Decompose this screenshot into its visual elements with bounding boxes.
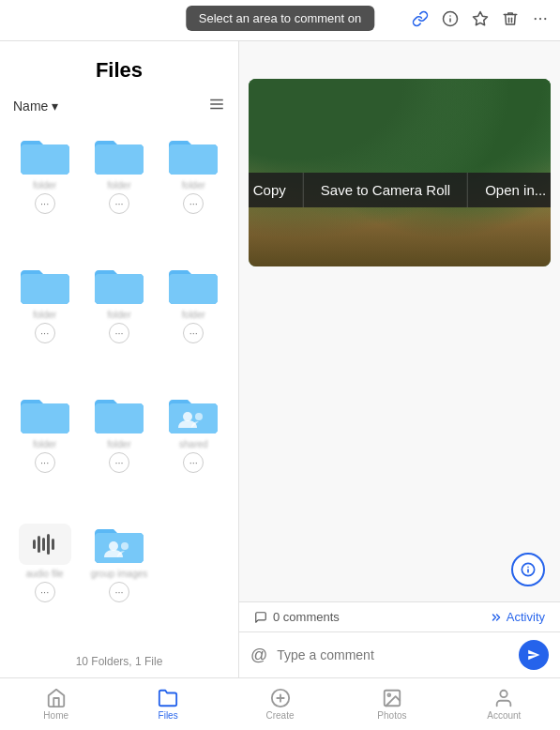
list-item[interactable]: group images ···	[82, 516, 156, 646]
svg-point-10	[183, 412, 192, 421]
name-sort-label: Name	[13, 99, 48, 114]
file-more-button[interactable]: ···	[35, 323, 55, 343]
audio-file-icon	[19, 524, 71, 565]
activity-icon	[490, 611, 503, 624]
at-icon[interactable]: @	[250, 646, 267, 665]
file-more-button[interactable]: ···	[183, 452, 204, 473]
svg-point-6	[544, 17, 546, 19]
right-panel: Copy Save to Camera Roll Open in...	[239, 41, 560, 677]
folder-icon	[93, 394, 145, 435]
files-icon	[158, 688, 178, 708]
list-item[interactable]: folder ···	[157, 257, 231, 387]
nav-item-account[interactable]: Account	[448, 678, 560, 730]
file-more-button[interactable]: ···	[109, 452, 129, 473]
nav-item-files[interactable]: Files	[112, 678, 223, 730]
file-name: audio file	[26, 569, 64, 579]
file-more-button[interactable]: ···	[183, 323, 204, 343]
svg-rect-15	[47, 534, 50, 555]
more-icon[interactable]	[532, 10, 549, 31]
file-name: folder	[182, 180, 205, 190]
bottom-nav: Home Files Create Photos Account	[0, 677, 560, 730]
comment-icon	[254, 611, 267, 624]
folder-icon	[93, 135, 145, 176]
file-more-button[interactable]: ···	[109, 323, 129, 343]
photo-preview[interactable]: Copy Save to Camera Roll Open in...	[249, 79, 551, 266]
file-more-button[interactable]: ···	[183, 193, 204, 214]
svg-point-11	[195, 413, 203, 420]
file-name: folder	[182, 310, 205, 320]
photos-nav-label: Photos	[377, 710, 406, 721]
trash-icon[interactable]	[502, 10, 519, 31]
svg-point-5	[539, 17, 541, 19]
comments-count[interactable]: 0 comments	[254, 610, 340, 624]
files-nav-label: Files	[159, 710, 178, 721]
folder-icon	[167, 135, 219, 176]
folder-icon	[93, 265, 145, 306]
file-name: folder	[107, 310, 130, 320]
name-sort-button[interactable]: Name ▾	[13, 99, 58, 114]
save-to-camera-roll-button[interactable]: Save to Camera Roll	[303, 173, 467, 207]
create-nav-label: Create	[266, 710, 295, 721]
context-menu: Copy Save to Camera Roll Open in...	[249, 173, 551, 207]
folder-icon	[19, 265, 71, 306]
list-item[interactable]: folder ···	[8, 387, 82, 516]
home-icon	[46, 688, 67, 708]
copy-button[interactable]: Copy	[249, 173, 303, 207]
star-icon[interactable]	[472, 10, 489, 31]
svg-point-27	[501, 691, 507, 697]
send-button[interactable]	[519, 640, 549, 670]
comment-bar: 0 comments Activity	[239, 601, 560, 631]
account-nav-label: Account	[487, 710, 521, 721]
files-panel: Files Name ▾ fold	[0, 41, 239, 677]
svg-rect-16	[52, 539, 54, 550]
file-more-button[interactable]: ···	[109, 582, 129, 602]
list-item[interactable]: audio file ···	[8, 516, 82, 646]
file-more-button[interactable]: ···	[35, 193, 55, 214]
activity-button[interactable]: Activity	[490, 610, 545, 624]
shared-folder-icon	[93, 524, 145, 565]
list-item[interactable]: folder ···	[8, 128, 82, 257]
link-icon[interactable]	[412, 10, 429, 31]
svg-point-4	[535, 17, 537, 19]
list-item[interactable]: shared ···	[157, 387, 231, 516]
nav-item-create[interactable]: Create	[224, 678, 336, 730]
open-in-button[interactable]: Open in...	[467, 173, 551, 207]
svg-point-17	[109, 541, 118, 551]
folder-icon	[19, 135, 71, 176]
info-icon[interactable]	[442, 10, 459, 31]
list-item[interactable]: folder ···	[82, 128, 156, 257]
list-view-icon[interactable]	[208, 96, 225, 116]
comment-input-bar: @	[239, 631, 560, 677]
nav-item-home[interactable]: Home	[0, 678, 112, 730]
svg-rect-13	[38, 536, 40, 553]
top-bar-actions	[412, 10, 549, 31]
files-title: Files	[0, 41, 238, 92]
file-name: shared	[179, 439, 208, 449]
file-name: folder	[33, 310, 56, 320]
list-item[interactable]: folder ···	[82, 257, 156, 387]
svg-marker-3	[474, 11, 488, 24]
sort-chevron-icon: ▾	[52, 99, 58, 114]
file-more-button[interactable]: ···	[35, 452, 55, 473]
top-bar: Select an area to comment on	[0, 0, 560, 41]
comment-input[interactable]	[277, 647, 509, 662]
folder-icon	[167, 265, 219, 306]
nav-item-photos[interactable]: Photos	[336, 678, 447, 730]
file-more-button[interactable]: ···	[35, 582, 55, 602]
folder-icon	[19, 394, 71, 435]
svg-point-18	[121, 542, 129, 550]
file-name: folder	[33, 180, 56, 190]
svg-point-26	[387, 693, 390, 696]
activity-label-text: Activity	[507, 610, 545, 624]
file-more-button[interactable]: ···	[109, 193, 129, 214]
tooltip-banner: Select an area to comment on	[186, 6, 374, 31]
file-name: folder	[107, 439, 130, 449]
shared-folder-icon	[167, 394, 219, 435]
home-nav-label: Home	[43, 710, 68, 721]
list-item[interactable]: folder ···	[82, 387, 156, 516]
info-button[interactable]	[511, 553, 545, 586]
file-name: folder	[33, 439, 56, 449]
list-item[interactable]: folder ···	[157, 128, 231, 257]
photo-preview-area: Copy Save to Camera Roll Open in...	[239, 41, 560, 601]
list-item[interactable]: folder ···	[8, 257, 82, 387]
